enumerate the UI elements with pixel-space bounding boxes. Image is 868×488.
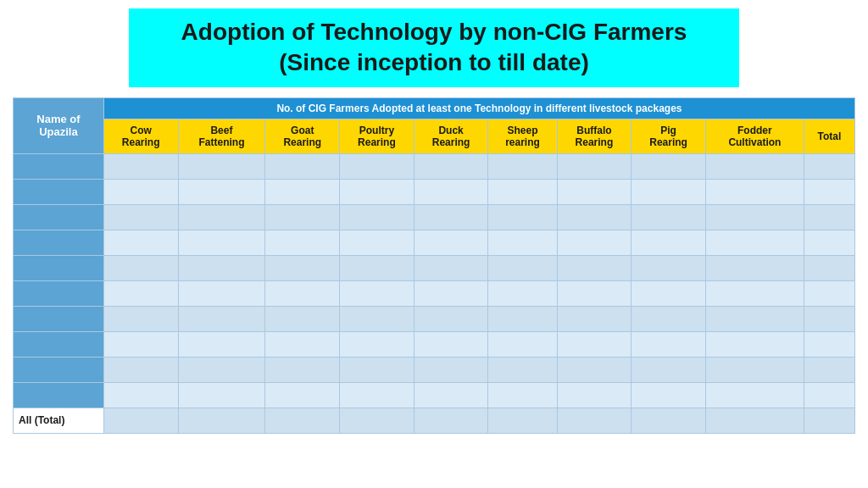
table-cell: [804, 179, 854, 204]
row-name-cell: [14, 179, 104, 204]
total-cell: [265, 408, 340, 433]
table-cell: [414, 357, 488, 382]
row-name-cell: [14, 382, 104, 408]
table-cell: [103, 255, 178, 280]
table-row: [14, 204, 855, 230]
table-cell: [103, 179, 178, 204]
table-cell: [632, 382, 706, 408]
main-table: Name ofUpazila No. of CIG Farmers Adopte…: [13, 97, 855, 434]
table-cell: [488, 331, 557, 357]
col-sheep: Sheeprearing: [488, 119, 557, 153]
row-name-cell: [14, 306, 104, 331]
table-cell: [265, 179, 340, 204]
total-cell: [557, 408, 632, 433]
title-line2: (Since inception to till date): [279, 49, 589, 75]
table-cell: [265, 153, 340, 179]
table-cell: [705, 255, 804, 280]
table-row: [14, 382, 855, 408]
page-container: Adoption of Technology by non-CIG Farmer…: [0, 0, 868, 488]
table-cell: [340, 179, 415, 204]
table-cell: [705, 357, 804, 382]
table-cell: [178, 230, 265, 255]
total-cell: [103, 408, 178, 433]
total-cell: [632, 408, 706, 433]
total-cell: [340, 408, 415, 433]
col-poultry: PoultryRearing: [340, 119, 415, 153]
title-box: Adoption of Technology by non-CIG Farmer…: [129, 8, 739, 87]
table-cell: [340, 153, 415, 179]
table-cell: [488, 179, 557, 204]
table-cell: [414, 179, 488, 204]
table-cell: [557, 357, 632, 382]
table-cell: [265, 357, 340, 382]
table-cell: [178, 204, 265, 230]
table-cell: [632, 153, 706, 179]
table-cell: [414, 230, 488, 255]
row-name-cell: [14, 204, 104, 230]
row-name-cell: [14, 357, 104, 382]
table-cell: [632, 306, 706, 331]
table-row: [14, 255, 855, 280]
table-cell: [804, 331, 854, 357]
subtitle-header: No. of CIG Farmers Adopted at least one …: [103, 97, 854, 119]
total-cell: [705, 408, 804, 433]
table-cell: [178, 331, 265, 357]
total-row: All (Total): [14, 408, 855, 433]
table-cell: [265, 280, 340, 306]
col-goat: GoatRearing: [265, 119, 340, 153]
table-cell: [414, 204, 488, 230]
title-text: Adoption of Technology by non-CIG Farmer…: [154, 17, 714, 79]
table-cell: [103, 230, 178, 255]
table-cell: [265, 204, 340, 230]
row-name-cell: [14, 255, 104, 280]
table-cell: [178, 179, 265, 204]
table-body: All (Total): [14, 153, 855, 433]
table-cell: [488, 204, 557, 230]
table-cell: [488, 153, 557, 179]
table-cell: [488, 382, 557, 408]
table-cell: [557, 382, 632, 408]
title-line1: Adoption of Technology by non-CIG Farmer…: [181, 19, 687, 45]
col-cow: CowRearing: [103, 119, 178, 153]
table-cell: [488, 255, 557, 280]
table-cell: [340, 255, 415, 280]
table-cell: [488, 357, 557, 382]
table-row: [14, 153, 855, 179]
table-cell: [705, 280, 804, 306]
col-fodder: FodderCultivation: [705, 119, 804, 153]
table-cell: [705, 204, 804, 230]
table-cell: [414, 153, 488, 179]
col-buffalo: BuffaloRearing: [557, 119, 632, 153]
table-cell: [804, 255, 854, 280]
table-cell: [632, 280, 706, 306]
table-row: [14, 357, 855, 382]
table-cell: [488, 280, 557, 306]
table-cell: [178, 280, 265, 306]
table-cell: [804, 204, 854, 230]
table-cell: [488, 230, 557, 255]
table-row: [14, 179, 855, 204]
table-cell: [340, 204, 415, 230]
table-cell: [632, 230, 706, 255]
table-row: [14, 230, 855, 255]
total-cell: [414, 408, 488, 433]
table-cell: [632, 204, 706, 230]
table-cell: [265, 331, 340, 357]
table-cell: [103, 153, 178, 179]
table-cell: [557, 179, 632, 204]
table-cell: [103, 382, 178, 408]
table-cell: [557, 204, 632, 230]
table-cell: [557, 230, 632, 255]
row-name-cell: [14, 230, 104, 255]
table-cell: [265, 230, 340, 255]
col-beef: BeefFattening: [178, 119, 265, 153]
table-row: [14, 331, 855, 357]
table-cell: [705, 382, 804, 408]
header-row-top: Name ofUpazila No. of CIG Farmers Adopte…: [14, 97, 855, 119]
table-cell: [414, 255, 488, 280]
table-cell: [265, 255, 340, 280]
table-cell: [804, 357, 854, 382]
row-name-cell: [14, 153, 104, 179]
table-cell: [340, 331, 415, 357]
table-cell: [632, 179, 706, 204]
